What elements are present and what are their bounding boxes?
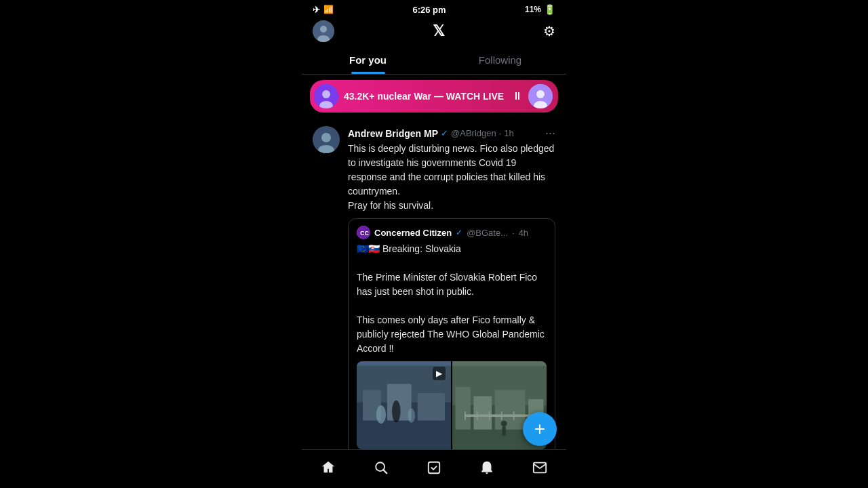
svg-point-4 <box>322 90 330 98</box>
nav-messages[interactable] <box>525 455 555 480</box>
author-handle: @ABridgen <box>451 128 496 138</box>
svg-rect-31 <box>489 411 490 420</box>
nav-search[interactable] <box>366 455 396 480</box>
live-count: 43.2K+ <box>344 91 375 102</box>
status-battery: 11% 🔋 <box>525 4 555 15</box>
tabs-bar: For you Following <box>302 46 566 75</box>
svg-point-20 <box>392 401 401 422</box>
nav-home[interactable] <box>313 455 343 480</box>
live-description: nuclear War — WATCH LIVE <box>377 91 504 102</box>
svg-rect-38 <box>429 462 440 474</box>
svg-point-1 <box>320 26 327 33</box>
svg-point-19 <box>376 405 386 424</box>
svg-rect-29 <box>465 411 466 420</box>
svg-line-37 <box>383 470 387 473</box>
tweet-more-button[interactable]: ··· <box>545 126 555 140</box>
top-nav: 𝕏 ⚙ <box>302 18 566 46</box>
tweet-header: Andrew Bridgen MP ✓ @ABridgen · 1h ··· <box>348 126 555 140</box>
tweet-author-avatar[interactable] <box>313 126 340 153</box>
quoted-tweet-header: CC Concerned Citizen ✓ @BGate... · 4h <box>357 226 547 239</box>
tweet-images: ▶ <box>357 361 547 449</box>
tweet-author-info: Andrew Bridgen MP ✓ @ABridgen · 1h <box>348 128 514 139</box>
svg-rect-32 <box>501 411 502 420</box>
quoted-tweet-time: · <box>512 228 515 238</box>
live-text: 43.2K+ nuclear War — WATCH LIVE <box>344 91 507 102</box>
video-icon: ▶ <box>433 367 446 380</box>
tweet-body: Andrew Bridgen MP ✓ @ABridgen · 1h ··· T… <box>348 126 555 449</box>
nav-post[interactable] <box>419 455 449 480</box>
tweet-feed: Andrew Bridgen MP ✓ @ABridgen · 1h ··· T… <box>302 118 566 449</box>
svg-rect-30 <box>477 411 478 420</box>
tweet-time: · <box>499 128 502 138</box>
airplane-icon: ✈ <box>313 5 320 15</box>
author-name: Andrew Bridgen MP <box>348 128 438 139</box>
svg-point-34 <box>501 420 507 426</box>
live-avatar-right <box>528 84 553 108</box>
compose-button[interactable]: + <box>523 412 557 446</box>
tweet-text: This is deeply disturbing news. Fico als… <box>348 142 555 213</box>
quoted-tweet-text: 🇪🇺🇸🇰 Breaking: Slovakia The Prime Minist… <box>357 242 547 356</box>
wifi-icon: 📶 <box>323 5 334 14</box>
svg-rect-35 <box>502 426 506 435</box>
status-time: 6:26 pm <box>412 5 446 15</box>
svg-point-21 <box>408 408 415 423</box>
svg-point-7 <box>536 90 545 98</box>
svg-rect-18 <box>418 393 445 420</box>
svg-point-10 <box>321 133 331 142</box>
svg-rect-24 <box>455 387 470 430</box>
battery-icon: 🔋 <box>544 4 555 15</box>
quoted-verified-badge: ✓ <box>456 228 462 237</box>
nav-notifications[interactable] <box>472 455 502 480</box>
status-bar: ✈ 📶 6:26 pm 11% 🔋 <box>302 0 566 18</box>
tab-for-you[interactable]: For you <box>302 46 434 74</box>
quoted-tweet[interactable]: CC Concerned Citizen ✓ @BGate... · 4h 🇪🇺… <box>348 218 555 449</box>
status-icons: ✈ 📶 <box>313 5 334 15</box>
quoted-author-name: Concerned Citizen <box>374 228 452 238</box>
quoted-author-handle: @BGate... <box>467 228 508 238</box>
battery-percent: 11% <box>525 5 541 14</box>
live-avatar-left <box>314 84 338 108</box>
quoted-time-ago: 4h <box>519 228 528 238</box>
x-logo: 𝕏 <box>433 22 445 40</box>
tweet-item: Andrew Bridgen MP ✓ @ABridgen · 1h ··· T… <box>302 118 566 449</box>
live-pause-icon[interactable]: ⏸ <box>512 90 523 102</box>
tweet-image-1[interactable]: ▶ <box>357 361 451 449</box>
live-banner[interactable]: 43.2K+ nuclear War — WATCH LIVE ⏸ <box>310 80 558 113</box>
quoted-avatar: CC <box>357 226 370 239</box>
tab-following[interactable]: Following <box>434 46 566 74</box>
verified-badge: ✓ <box>441 128 448 138</box>
svg-rect-33 <box>513 411 515 420</box>
bottom-nav <box>302 449 566 488</box>
tweet-time-ago: 1h <box>504 128 513 138</box>
settings-button[interactable]: ⚙ <box>543 23 555 39</box>
svg-text:CC: CC <box>360 230 369 237</box>
svg-rect-26 <box>495 390 526 430</box>
profile-avatar[interactable] <box>313 20 334 42</box>
